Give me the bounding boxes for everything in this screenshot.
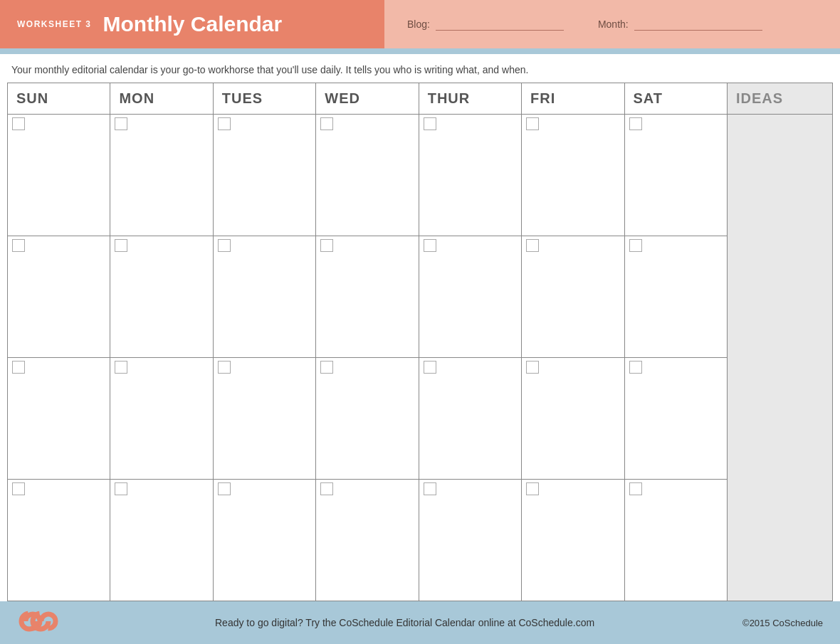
date-box	[218, 361, 231, 374]
date-box	[424, 117, 436, 130]
day-header-sun: SUN	[8, 83, 110, 114]
cell-r2-fri	[522, 236, 624, 357]
cell-r3-thur	[419, 358, 522, 479]
calendar-row-1	[8, 115, 727, 236]
cell-r2-thur	[419, 236, 522, 357]
header-right: Blog: Month:	[384, 0, 840, 48]
coschedule-logo	[17, 606, 67, 640]
footer-cta: Ready to go digital? Try the CoSchedule …	[67, 617, 742, 628]
cell-r4-mon	[110, 480, 213, 601]
date-box	[629, 239, 642, 252]
cell-r4-thur	[419, 480, 522, 601]
date-box	[12, 239, 25, 252]
cell-r1-fri	[522, 115, 624, 236]
date-box	[115, 361, 127, 374]
cell-r3-tues	[214, 358, 316, 479]
cell-r1-sun	[8, 115, 110, 236]
date-box	[526, 482, 539, 495]
description-text: Your monthly editorial calendar is your …	[0, 54, 840, 83]
cell-r4-sat	[625, 480, 727, 601]
date-box	[629, 361, 642, 374]
cell-r3-wed	[316, 358, 419, 479]
date-box	[320, 117, 333, 130]
date-box	[424, 361, 436, 374]
cell-r3-fri	[522, 358, 624, 479]
cell-r2-sun	[8, 236, 110, 357]
calendar-grid: SUN MON TUES WED THUR FRI SAT	[7, 83, 728, 601]
cell-r2-tues	[214, 236, 316, 357]
month-label: Month:	[598, 19, 629, 30]
date-box	[12, 117, 25, 130]
date-box	[629, 117, 642, 130]
date-box	[424, 239, 436, 252]
header-left: WORKSHEET 3 Monthly Calendar	[0, 0, 384, 48]
calendar-row-3	[8, 358, 727, 480]
day-header-tues: TUES	[214, 83, 316, 114]
cell-r4-wed	[316, 480, 419, 601]
date-box	[115, 239, 127, 252]
ideas-header: IDEAS	[728, 83, 832, 115]
date-box	[218, 482, 231, 495]
blog-label: Blog:	[407, 19, 430, 30]
calendar-row-4	[8, 480, 727, 601]
date-box	[320, 239, 333, 252]
blog-input-line	[436, 18, 564, 31]
page-footer: Ready to go digital? Try the CoSchedule …	[0, 601, 840, 644]
cell-r1-thur	[419, 115, 522, 236]
footer-copyright: ©2015 CoSchedule	[742, 618, 823, 628]
cell-r1-mon	[110, 115, 213, 236]
calendar-row-2	[8, 236, 727, 358]
coschedule-logo-svg	[17, 606, 60, 637]
date-box	[320, 482, 333, 495]
accent-bar	[0, 48, 840, 54]
date-box	[12, 361, 25, 374]
calendar-header-row: SUN MON TUES WED THUR FRI SAT	[8, 83, 727, 115]
cell-r3-sun	[8, 358, 110, 479]
date-box	[218, 117, 231, 130]
date-box	[12, 482, 25, 495]
month-input-line	[634, 18, 762, 31]
date-box	[526, 239, 539, 252]
date-box	[115, 117, 127, 130]
date-box	[320, 361, 333, 374]
month-field: Month:	[598, 18, 762, 31]
cell-r4-tues	[214, 480, 316, 601]
date-box	[115, 482, 127, 495]
date-box	[424, 482, 436, 495]
cell-r1-wed	[316, 115, 419, 236]
day-header-mon: MON	[110, 83, 213, 114]
date-box	[629, 482, 642, 495]
page-header: WORKSHEET 3 Monthly Calendar Blog: Month…	[0, 0, 840, 48]
cell-r3-sat	[625, 358, 727, 479]
date-box	[218, 239, 231, 252]
cell-r2-mon	[110, 236, 213, 357]
blog-field: Blog:	[407, 18, 564, 31]
date-box	[526, 117, 539, 130]
calendar-body	[8, 115, 727, 601]
page-title: Monthly Calendar	[103, 12, 283, 36]
day-header-thur: THUR	[419, 83, 522, 114]
cell-r4-fri	[522, 480, 624, 601]
day-header-fri: FRI	[522, 83, 624, 114]
date-box	[526, 361, 539, 374]
day-header-sat: SAT	[625, 83, 727, 114]
ideas-column: IDEAS	[728, 83, 833, 601]
cell-r1-tues	[214, 115, 316, 236]
day-header-wed: WED	[316, 83, 419, 114]
cell-r2-wed	[316, 236, 419, 357]
cell-r3-mon	[110, 358, 213, 479]
cell-r4-sun	[8, 480, 110, 601]
cell-r1-sat	[625, 115, 727, 236]
cell-r2-sat	[625, 236, 727, 357]
calendar-wrap: SUN MON TUES WED THUR FRI SAT	[0, 83, 840, 601]
ideas-body	[728, 115, 832, 601]
worksheet-label: WORKSHEET 3	[17, 19, 92, 29]
main-content: Your monthly editorial calendar is your …	[0, 54, 840, 601]
